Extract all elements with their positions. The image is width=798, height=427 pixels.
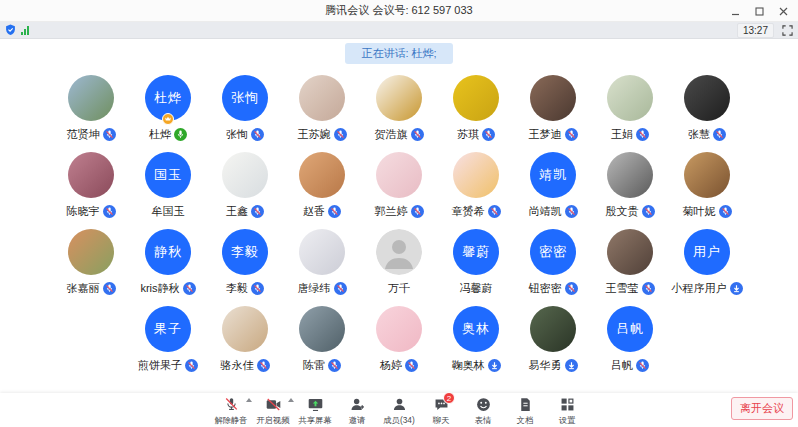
participant-tile[interactable]: 王鑫 <box>207 152 284 219</box>
mic-muted-icon[interactable] <box>642 282 655 295</box>
participant-tile[interactable]: 章赟希 <box>438 152 515 219</box>
toolbar-share-screen[interactable]: 共享屏幕 <box>295 394 335 426</box>
participant-tile[interactable]: 杜烨 杜烨 <box>130 75 207 142</box>
participant-tile[interactable]: 张恂 张恂 <box>207 75 284 142</box>
participant-tile[interactable]: 郭兰婷 <box>361 152 438 219</box>
mic-muted-icon[interactable] <box>565 282 578 295</box>
mic-muted-icon[interactable] <box>103 282 116 295</box>
mic-muted-icon[interactable] <box>411 205 424 218</box>
toolbar-mic-off[interactable]: 解除静音 <box>211 394 251 426</box>
participant-tile[interactable]: 奥林 鞠奥林 <box>438 306 515 373</box>
audio-disconnected-icon[interactable] <box>488 359 501 372</box>
chevron-up-icon[interactable] <box>246 398 252 402</box>
participant-tile[interactable]: 国玉 牟国玉 <box>130 152 207 219</box>
participant-tile[interactable]: 李毅 李毅 <box>207 229 284 296</box>
audio-disconnected-icon[interactable] <box>565 359 578 372</box>
participant-name: 小程序用户 <box>672 281 727 296</box>
name-line: 万千 <box>361 281 438 296</box>
mic-muted-icon[interactable] <box>251 128 264 141</box>
participant-tile[interactable]: 密密 钮密密 <box>515 229 592 296</box>
participant-tile[interactable]: 骆永佳 <box>207 306 284 373</box>
participant-tile[interactable]: 万千 <box>361 229 438 296</box>
toolbar-chat-bubble[interactable]: 聊天 2 <box>421 394 461 426</box>
toolbar-document[interactable]: 文档 <box>505 394 545 426</box>
participant-tile[interactable]: 苏琪 <box>438 75 515 142</box>
participant-tile[interactable]: 陈晓宇 <box>53 152 130 219</box>
participant-tile[interactable]: 殷文贵 <box>592 152 669 219</box>
participant-tile[interactable]: 馨蔚 冯馨蔚 <box>438 229 515 296</box>
mic-muted-icon[interactable] <box>103 128 116 141</box>
participant-name: 尚靖凯 <box>529 204 562 219</box>
participant-name: 王雪莹 <box>606 281 639 296</box>
avatar <box>299 306 345 352</box>
participant-tile[interactable]: 唐绿纬 <box>284 229 361 296</box>
participant-tile[interactable]: 陈雷 <box>284 306 361 373</box>
toolbar-camera-off[interactable]: 开启视频 <box>253 394 293 426</box>
mic-muted-icon[interactable] <box>411 128 424 141</box>
mic-muted-icon[interactable] <box>251 282 264 295</box>
participant-tile[interactable]: 静秋 kris静秋 <box>130 229 207 296</box>
avatar <box>68 152 114 198</box>
security-shield-icon[interactable] <box>5 24 16 36</box>
mic-muted-icon[interactable] <box>636 128 649 141</box>
audio-disconnected-icon[interactable] <box>730 282 743 295</box>
toolbar-emoji-smiley[interactable]: 表情 <box>463 394 503 426</box>
mic-muted-icon[interactable] <box>257 359 270 372</box>
chevron-up-icon[interactable] <box>288 398 294 402</box>
mic-muted-icon[interactable] <box>328 359 341 372</box>
name-line: 范贤坤 <box>53 127 130 142</box>
participant-tile[interactable]: 用户 小程序用户 <box>669 229 746 296</box>
mic-muted-icon[interactable] <box>251 205 264 218</box>
toolbar-app-grid[interactable]: 设置 <box>547 394 587 426</box>
avatar: 果子 <box>145 306 191 352</box>
mic-muted-icon[interactable] <box>565 128 578 141</box>
network-signal-icon[interactable] <box>21 26 29 35</box>
mic-muted-icon[interactable] <box>103 205 116 218</box>
participant-name: 万千 <box>388 281 410 296</box>
mic-muted-icon[interactable] <box>328 205 341 218</box>
name-line: 钮密密 <box>515 281 592 296</box>
participant-tile[interactable]: 范贤坤 <box>53 75 130 142</box>
participant-tile[interactable]: 王雪莹 <box>592 229 669 296</box>
participant-tile[interactable]: 菊叶妮 <box>669 152 746 219</box>
participant-tile[interactable]: 张嘉丽 <box>53 229 130 296</box>
participant-tile[interactable]: 果子 煎饼果子 <box>130 306 207 373</box>
avatar <box>453 152 499 198</box>
mic-muted-icon[interactable] <box>488 205 501 218</box>
participant-tile[interactable]: 王苏婉 <box>284 75 361 142</box>
participant-tile[interactable]: 杨婷 <box>361 306 438 373</box>
participant-tile[interactable]: 易华勇 <box>515 306 592 373</box>
mic-muted-icon[interactable] <box>334 282 347 295</box>
mic-muted-icon[interactable] <box>185 359 198 372</box>
mic-muted-icon[interactable] <box>183 282 196 295</box>
mic-active-icon[interactable] <box>174 128 187 141</box>
participant-tile[interactable]: 靖凯 尚靖凯 <box>515 152 592 219</box>
mic-muted-icon[interactable] <box>482 128 495 141</box>
mic-muted-icon[interactable] <box>719 205 732 218</box>
participant-tile[interactable]: 王娟 <box>592 75 669 142</box>
share-screen-icon <box>307 396 324 413</box>
avatar: 国玉 <box>145 152 191 198</box>
minimize-button[interactable] <box>724 2 746 20</box>
participant-tile[interactable]: 王梦迪 <box>515 75 592 142</box>
avatar: 吕帆 <box>607 306 653 352</box>
name-line: 小程序用户 <box>669 281 746 296</box>
mic-muted-icon[interactable] <box>334 128 347 141</box>
name-line: 赵香 <box>284 204 361 219</box>
maximize-button[interactable] <box>748 2 770 20</box>
fullscreen-button[interactable] <box>782 25 793 36</box>
toolbar-invite-person[interactable]: 邀请 <box>337 394 377 426</box>
participant-tile[interactable]: 张慧 <box>669 75 746 142</box>
participant-tile[interactable]: 赵香 <box>284 152 361 219</box>
close-button[interactable] <box>772 2 794 20</box>
name-line: 王苏婉 <box>284 127 361 142</box>
mic-muted-icon[interactable] <box>642 205 655 218</box>
participant-tile[interactable]: 贺浩旗 <box>361 75 438 142</box>
mic-muted-icon[interactable] <box>565 205 578 218</box>
mic-muted-icon[interactable] <box>713 128 726 141</box>
leave-meeting-button[interactable]: 离开会议 <box>731 397 793 420</box>
mic-muted-icon[interactable] <box>636 359 649 372</box>
toolbar-members[interactable]: 成员(34) <box>379 394 419 426</box>
participant-tile[interactable]: 吕帆 吕帆 <box>592 306 669 373</box>
mic-muted-icon[interactable] <box>405 359 418 372</box>
